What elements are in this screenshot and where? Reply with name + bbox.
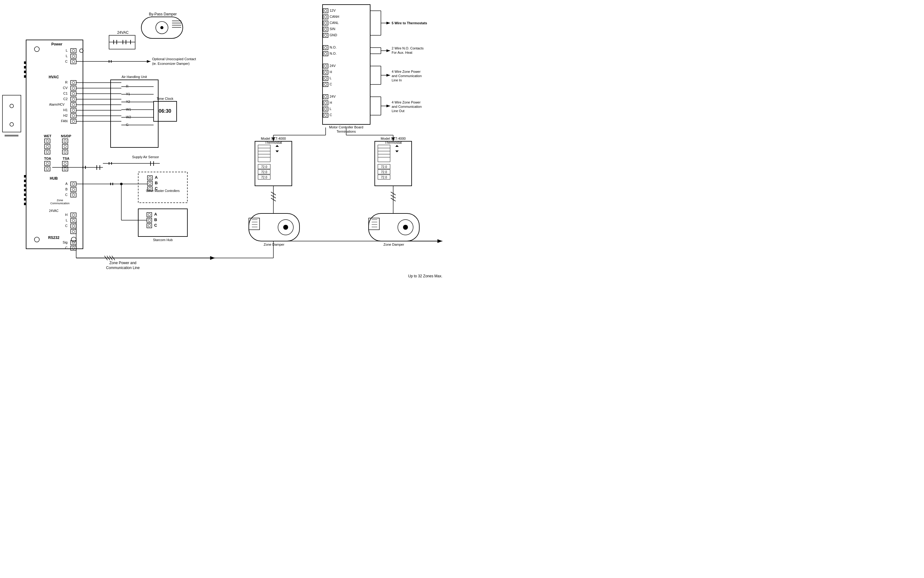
svg-rect-89 (71, 213, 76, 217)
svg-text:Communication Line: Communication Line (106, 266, 140, 270)
svg-rect-166 (148, 181, 153, 185)
svg-point-3 (10, 104, 13, 108)
svg-text:06:30: 06:30 (159, 109, 171, 114)
svg-point-237 (325, 77, 327, 80)
svg-point-221 (325, 46, 327, 49)
svg-text:A: A (154, 212, 157, 216)
svg-rect-310 (249, 213, 299, 241)
svg-text:Supply Air Sensor: Supply Air Sensor (132, 155, 159, 159)
svg-text:Zone Power and: Zone Power and (109, 261, 136, 265)
svg-text:24V: 24V (330, 94, 336, 98)
svg-text:TOA: TOA (44, 157, 51, 160)
svg-rect-1 (26, 40, 83, 249)
svg-point-43 (72, 120, 75, 123)
svg-text:72.0: 72.0 (261, 170, 267, 174)
svg-text:5 Wire to Thermostats: 5 Wire to Thermostats (391, 21, 427, 25)
svg-rect-236 (323, 76, 328, 80)
svg-text:Other Master Controllers: Other Master Controllers (146, 189, 179, 193)
svg-rect-81 (71, 193, 76, 197)
svg-rect-65 (62, 139, 68, 143)
svg-rect-23 (71, 54, 76, 58)
svg-text:C: C (65, 224, 68, 227)
svg-text:C1: C1 (63, 91, 68, 95)
svg-text:N.O.: N.O. (330, 52, 337, 55)
svg-text:L: L (330, 76, 331, 80)
svg-text:C: C (65, 193, 68, 196)
svg-rect-175 (147, 213, 152, 217)
svg-point-78 (72, 183, 75, 185)
svg-rect-42 (71, 119, 76, 123)
svg-rect-291 (378, 145, 390, 162)
svg-text:72.0: 72.0 (381, 170, 387, 174)
svg-rect-208 (323, 33, 328, 37)
svg-text:L: L (66, 218, 68, 222)
svg-point-20 (71, 237, 76, 242)
svg-rect-91 (71, 218, 76, 222)
svg-text:H1: H1 (63, 108, 68, 112)
svg-rect-30 (71, 86, 76, 90)
svg-point-22 (72, 49, 75, 52)
svg-rect-174 (138, 209, 187, 237)
svg-rect-14 (24, 189, 26, 192)
svg-point-56 (46, 145, 49, 148)
svg-point-178 (148, 219, 151, 221)
svg-text:Alarm/HCV: Alarm/HCV (49, 103, 65, 106)
svg-point-19 (34, 237, 39, 242)
svg-rect-12 (24, 180, 26, 182)
svg-point-4 (10, 123, 13, 126)
svg-rect-38 (71, 108, 76, 112)
svg-text:Y1: Y1 (126, 92, 130, 96)
svg-text:C: C (330, 113, 332, 117)
svg-rect-200 (323, 8, 328, 13)
svg-point-252 (325, 96, 327, 98)
svg-text:and Communication: and Communication (391, 105, 422, 109)
svg-rect-13 (24, 184, 26, 187)
svg-text:Zone: Zone (57, 199, 63, 202)
svg-text:C2: C2 (63, 97, 68, 101)
svg-rect-107 (110, 80, 158, 148)
svg-rect-69 (62, 150, 68, 154)
svg-text:Up to 32 Zones Max.: Up to 32 Zones Max. (408, 274, 442, 278)
svg-text:24VAC: 24VAC (49, 209, 58, 213)
svg-text:Air Handling Unit: Air Handling Unit (122, 75, 147, 79)
power-l1: L (66, 49, 68, 52)
svg-text:Zone Damper: Zone Damper (263, 243, 284, 246)
svg-text:CANL: CANL (330, 21, 338, 24)
svg-rect-202 (323, 15, 328, 19)
svg-rect-275 (258, 145, 270, 162)
svg-text:A: A (65, 182, 68, 185)
power-label: Power (51, 42, 62, 46)
svg-rect-21 (71, 49, 76, 53)
svg-text:Zone Damper: Zone Damper (383, 243, 404, 246)
svg-point-26 (72, 60, 75, 63)
svg-point-312 (283, 225, 288, 230)
svg-rect-103 (71, 246, 76, 250)
svg-rect-253 (323, 101, 328, 105)
svg-text:NS/DP: NS/DP (61, 134, 71, 138)
svg-text:4 Wire Zone Power: 4 Wire Zone Power (391, 101, 421, 104)
svg-point-41 (72, 115, 75, 117)
svg-rect-67 (62, 144, 68, 149)
svg-text:Sig: Sig (63, 240, 68, 244)
svg-text:R: R (65, 80, 68, 84)
svg-rect-9 (24, 71, 26, 73)
svg-text:and Communication: and Communication (391, 74, 422, 78)
svg-text:2 Wire N.O. Contacts: 2 Wire N.O. Contacts (391, 46, 424, 50)
svg-text:B: B (65, 187, 68, 191)
svg-rect-179 (147, 224, 152, 228)
svg-point-33 (72, 93, 75, 95)
svg-rect-72 (62, 161, 68, 166)
svg-rect-7 (24, 62, 26, 64)
svg-point-75 (64, 168, 67, 170)
svg-point-54 (46, 140, 49, 142)
svg-rect-255 (323, 107, 328, 111)
diagram-container: Power L L C HVAC R CV C1 C2 Alarm/HCV H1… (0, 0, 462, 289)
svg-rect-8 (24, 66, 26, 68)
svg-text:C: C (154, 223, 157, 227)
svg-rect-234 (323, 70, 328, 74)
svg-point-209 (325, 34, 327, 37)
svg-rect-319 (369, 213, 419, 241)
svg-text:Starcom Hub: Starcom Hub (153, 238, 173, 242)
svg-rect-40 (71, 114, 76, 118)
svg-text:H: H (330, 101, 332, 104)
